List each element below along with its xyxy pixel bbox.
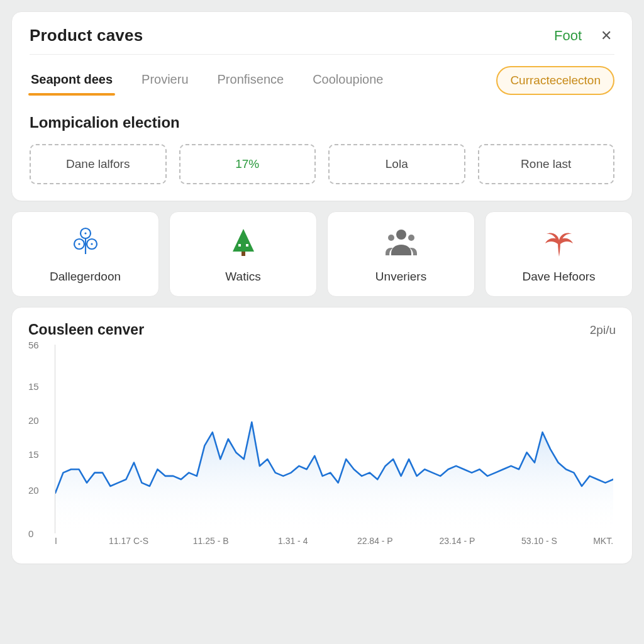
chart-title: Cousleen cenver (28, 321, 144, 338)
svg-point-12 (388, 235, 394, 241)
x-tick: 22.84 - P (334, 536, 416, 552)
feature-dallegerdoon[interactable]: Dallegerdoon (11, 211, 159, 297)
y-tick: 15 (28, 381, 39, 392)
x-tick: 11.25 - B (170, 536, 252, 552)
y-tick: 56 (28, 340, 39, 350)
clover-icon (70, 226, 101, 258)
chart-plot-area[interactable] (55, 345, 613, 533)
x-tick: 23.14 - P (416, 536, 499, 552)
svg-rect-8 (242, 252, 245, 256)
foot-link[interactable]: Foot (554, 28, 582, 44)
chart-header: Cousleen cenver 2pi/u (28, 321, 616, 338)
chart-panel: Cousleen cenver 2pi/u 56152015200 I11.17… (11, 307, 633, 564)
y-tick: 0 (28, 528, 33, 539)
page-title: Product caves (30, 26, 143, 45)
option-dane-lalfors[interactable]: Dane lalfors (30, 144, 167, 184)
svg-point-11 (396, 230, 406, 240)
header-actions: Foot ✕ (554, 26, 614, 45)
tab-seapont-dees[interactable]: Seapont dees (30, 67, 114, 94)
svg-marker-7 (233, 229, 254, 252)
feature-label: Watics (225, 270, 260, 284)
section-title: Lompicalion election (30, 114, 614, 131)
tab-curractecelecton[interactable]: Curractecelecton (496, 66, 614, 95)
feature-row: Dallegerdoon Watics (11, 211, 633, 297)
feature-label: Dallegerdoon (50, 270, 121, 284)
chart-y-axis: 56152015200 (28, 345, 51, 533)
svg-point-13 (408, 235, 414, 241)
panel-header: Product caves Foot ✕ (30, 26, 614, 55)
tree-icon (229, 226, 258, 258)
feature-dave-hefoors[interactable]: Dave Hefoors (485, 211, 633, 297)
people-icon (384, 226, 419, 258)
chart-x-axis: I11.17 C-S11.25 - B1.31 - 422.84 - P23.1… (55, 536, 613, 552)
tab-pronfisence[interactable]: Pronfisence (216, 67, 286, 94)
svg-rect-10 (246, 244, 248, 247)
top-panel: Product caves Foot ✕ Seapont dees Provie… (11, 11, 633, 201)
tab-provieru[interactable]: Provieru (140, 67, 189, 94)
chart-body: 56152015200 I11.17 C-S11.25 - B1.31 - 42… (28, 345, 616, 552)
option-rone-last[interactable]: Rone last (478, 144, 615, 184)
tab-cooloupione[interactable]: Cooloupione (311, 67, 384, 94)
y-tick: 20 (28, 415, 39, 426)
x-tick: 53.10 - S (498, 536, 580, 552)
feature-watics[interactable]: Watics (169, 211, 317, 297)
feature-label: Unveriers (375, 270, 426, 284)
option-lola[interactable]: Lola (328, 144, 465, 184)
feature-unveriers[interactable]: Unveriers (327, 211, 475, 297)
close-icon[interactable]: ✕ (598, 26, 614, 45)
y-tick: 20 (28, 485, 39, 496)
svg-rect-9 (238, 244, 241, 247)
palm-icon (545, 226, 574, 258)
chart-meta: 2pi/u (590, 323, 616, 337)
svg-point-4 (84, 232, 86, 234)
option-row: Dane lalfors 17% Lola Rone last (30, 144, 614, 184)
tab-bar: Seapont dees Provieru Pronfisence Coolou… (30, 55, 614, 95)
option-percent[interactable]: 17% (179, 144, 316, 184)
x-tick: I (55, 536, 87, 552)
svg-point-6 (91, 243, 92, 245)
x-tick: 11.17 C-S (87, 536, 170, 552)
x-tick: 1.31 - 4 (252, 536, 334, 552)
chart-svg (55, 345, 613, 533)
svg-point-5 (78, 243, 80, 245)
y-tick: 15 (28, 449, 39, 460)
x-tick: MKT. (580, 536, 613, 552)
feature-label: Dave Hefoors (522, 270, 595, 284)
